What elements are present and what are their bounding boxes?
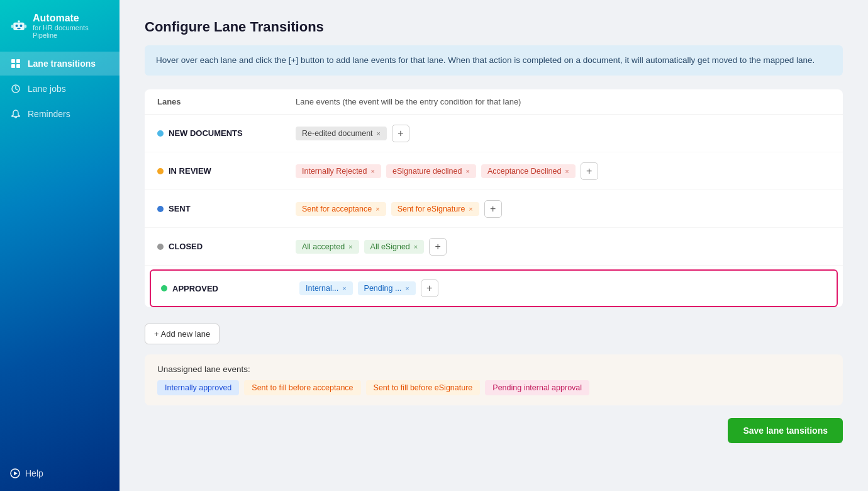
sidebar-nav: Lane transitions Lane jobs Reminders <box>0 52 120 126</box>
help-item[interactable]: Help <box>10 468 109 478</box>
info-text: Hover over each lane and click the [+] b… <box>156 55 815 65</box>
dot-closed <box>157 244 164 250</box>
tag-internally-rejected: Internally Rejected × <box>296 164 381 178</box>
events-in-review: Internally Rejected × eSignature decline… <box>296 162 830 180</box>
sidebar-brand: Automate for HR documents Pipeline <box>0 13 120 52</box>
unassigned-tag-internally-approved: Internally approved <box>157 380 239 395</box>
header-lane: Lanes <box>157 97 296 106</box>
lane-name-sent: SENT <box>157 204 296 213</box>
save-button[interactable]: Save lane tansitions <box>728 418 843 443</box>
svg-rect-8 <box>11 59 15 63</box>
svg-rect-1 <box>16 25 18 26</box>
dot-sent <box>157 206 164 212</box>
add-lane-button[interactable]: + Add new lane <box>145 324 220 344</box>
brand-text: Automate for HR documents Pipeline <box>33 13 109 39</box>
unassigned-tag-pending-internal: Pending internal approval <box>485 380 589 395</box>
lane-row-new-documents: NEW DOCUMENTS Re-edited document × + <box>145 115 843 152</box>
unassigned-tag-sent-fill-acceptance: Sent to fill before acceptance <box>244 380 360 395</box>
tag-close-pending[interactable]: × <box>405 285 409 292</box>
header-events: Lane events (the event will be the entry… <box>296 97 830 106</box>
add-event-approved[interactable]: + <box>421 279 438 297</box>
brand-name: Automate <box>33 13 109 24</box>
events-closed: All accepted × All eSigned × + <box>296 238 830 256</box>
brand-subtitle: for HR documents Pipeline <box>33 24 109 39</box>
tag-close-acceptance-declined[interactable]: × <box>565 167 569 175</box>
dot-new-documents <box>157 130 164 137</box>
tag-close-all-esigned[interactable]: × <box>414 243 418 251</box>
add-event-new-documents[interactable]: + <box>392 125 409 142</box>
unassigned-section: Unassigned lane events: Internally appro… <box>145 354 843 405</box>
tag-pending: Pending ... × <box>358 281 416 295</box>
add-event-in-review[interactable]: + <box>581 162 598 180</box>
events-new-documents: Re-edited document × + <box>296 125 830 142</box>
help-label: Help <box>25 468 43 478</box>
play-icon <box>10 468 20 478</box>
add-event-closed[interactable]: + <box>429 238 447 256</box>
tag-acceptance-declined: Acceptance Declined × <box>481 164 576 178</box>
unassigned-tag-sent-fill-esignature: Sent to fill before eSignature <box>366 380 481 395</box>
robot-icon <box>10 16 28 35</box>
lane-row-approved: APPROVED Internal... × Pending ... × + <box>150 269 838 307</box>
svg-rect-3 <box>17 28 20 29</box>
lane-label-closed: CLOSED <box>169 242 203 251</box>
tag-all-esigned: All eSigned × <box>364 240 425 254</box>
dot-in-review <box>157 168 164 174</box>
lane-row-closed: CLOSED All accepted × All eSigned × + <box>145 228 843 266</box>
tag-close-esignature-declined[interactable]: × <box>465 167 469 175</box>
dot-approved <box>161 285 167 291</box>
lane-name-new-documents: NEW DOCUMENTS <box>157 128 296 138</box>
lane-label-new-documents: NEW DOCUMENTS <box>169 128 243 138</box>
sidebar-footer: Help <box>0 468 120 478</box>
lane-label-sent: SENT <box>169 204 191 213</box>
grid-icon <box>10 58 21 69</box>
tag-close-all-accepted[interactable]: × <box>348 243 352 251</box>
svg-rect-11 <box>16 64 20 68</box>
events-approved: Internal... × Pending ... × + <box>299 279 826 297</box>
sidebar-item-reminders[interactable]: Reminders <box>0 102 120 126</box>
tag-esignature-declined: eSignature declined × <box>386 164 476 178</box>
svg-rect-2 <box>20 25 22 26</box>
lane-name-closed: CLOSED <box>157 242 296 251</box>
sidebar: Automate for HR documents Pipeline Lane … <box>0 0 120 491</box>
clock-icon <box>10 83 21 94</box>
lane-name-approved: APPROVED <box>161 284 299 293</box>
sidebar-label-lane-jobs: Lane jobs <box>28 84 66 94</box>
bell-icon <box>10 108 21 120</box>
tag-close-internally-rejected[interactable]: × <box>371 167 375 175</box>
tag-sent-for-acceptance: Sent for acceptance × <box>296 202 386 216</box>
tag-close-sent-acceptance[interactable]: × <box>376 205 379 213</box>
lane-label-in-review: IN REVIEW <box>169 166 211 176</box>
info-box: Hover over each lane and click the [+] b… <box>145 45 843 76</box>
tag-close-sent-esignature[interactable]: × <box>469 205 472 213</box>
tag-close-internal[interactable]: × <box>342 285 346 292</box>
tag-re-edited: Re-edited document × <box>296 127 387 140</box>
main-content: Configure Lane Transitions Hover over ea… <box>120 0 868 491</box>
unassigned-title: Unassigned lane events: <box>157 364 830 374</box>
svg-rect-4 <box>18 20 19 22</box>
svg-rect-7 <box>25 25 26 28</box>
sidebar-item-lane-transitions[interactable]: Lane transitions <box>0 52 120 76</box>
lane-row-in-review: IN REVIEW Internally Rejected × eSignatu… <box>145 152 843 190</box>
events-sent: Sent for acceptance × Sent for eSignatur… <box>296 200 830 218</box>
lanes-container: Lanes Lane events (the event will be the… <box>145 89 843 307</box>
tag-internal-approved: Internal... × <box>299 281 353 295</box>
sidebar-item-lane-jobs[interactable]: Lane jobs <box>0 77 120 101</box>
svg-rect-9 <box>16 59 20 63</box>
sidebar-label-lane-transitions: Lane transitions <box>28 59 96 69</box>
lanes-header: Lanes Lane events (the event will be the… <box>145 89 843 115</box>
svg-rect-6 <box>11 25 13 28</box>
svg-rect-10 <box>11 64 15 68</box>
tag-sent-for-esignature: Sent for eSignature × <box>391 202 479 216</box>
lane-label-approved: APPROVED <box>172 284 218 293</box>
add-event-sent[interactable]: + <box>484 200 502 218</box>
tag-close-re-edited[interactable]: × <box>377 130 381 137</box>
lane-name-in-review: IN REVIEW <box>157 166 296 176</box>
tag-all-accepted: All accepted × <box>296 240 359 254</box>
sidebar-label-reminders: Reminders <box>28 109 70 119</box>
add-lane-label: + Add new lane <box>154 329 210 339</box>
unassigned-tags: Internally approved Sent to fill before … <box>157 380 830 395</box>
page-title: Configure Lane Transitions <box>145 19 843 35</box>
svg-marker-14 <box>14 471 18 475</box>
lane-row-sent: SENT Sent for acceptance × Sent for eSig… <box>145 190 843 228</box>
